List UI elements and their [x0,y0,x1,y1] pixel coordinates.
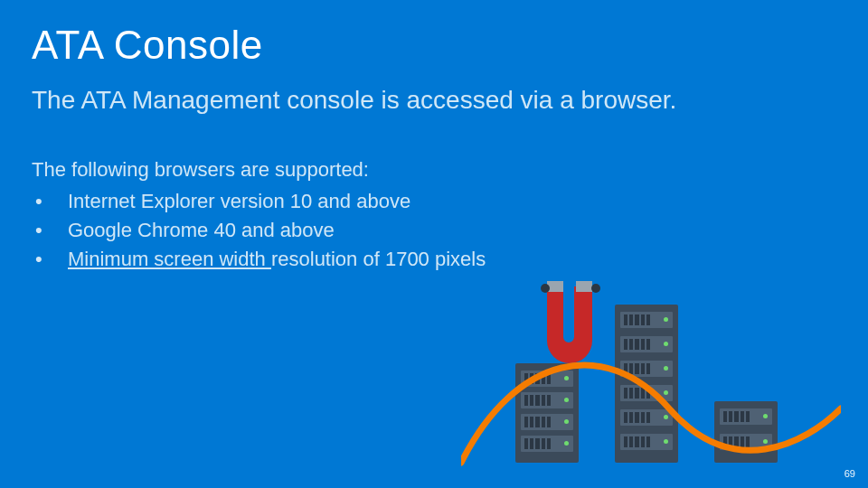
slide-subtitle: The ATA Management console is accessed v… [32,86,836,115]
server-rack-icon [615,305,678,463]
list-item: • Minimum screen width resolution of 170… [32,245,836,274]
server-rack-icon [714,401,778,463]
slide: ATA Console The ATA Management console i… [0,0,868,488]
svg-point-3 [591,284,600,293]
server-rack-icon [515,363,579,463]
svg-rect-0 [547,281,563,292]
list-item-label: Google Chrome 40 and above [68,219,335,242]
bullet-icon: • [32,248,68,271]
bullet-icon: • [32,219,68,242]
svg-rect-1 [576,281,592,292]
bullet-list: • Internet Explorer version 10 and above… [32,187,836,274]
slide-title: ATA Console [32,23,836,68]
underlined-text: Minimum screen width [68,248,271,270]
list-item: • Internet Explorer version 10 and above [32,187,836,216]
magnet-icon [529,277,610,377]
page-number: 69 [844,468,855,479]
bullet-icon: • [32,190,68,213]
intro-text: The following browsers are supported: [32,158,836,182]
plain-text: resolution of 1700 pixels [271,248,486,270]
server-illustration [479,282,841,463]
list-item-label: Internet Explorer version 10 and above [68,190,410,213]
list-item: • Google Chrome 40 and above [32,216,836,245]
svg-point-2 [541,284,550,293]
list-item-label: Minimum screen width resolution of 1700 … [68,248,486,271]
